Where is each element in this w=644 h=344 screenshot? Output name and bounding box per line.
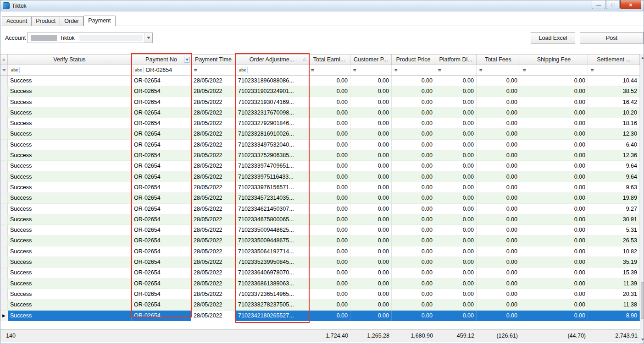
cell-platform_discount[interactable]: 0.00 xyxy=(435,278,477,289)
cell-product_price[interactable]: 0.00 xyxy=(392,278,435,289)
cell-payment_no[interactable]: OR-02654 xyxy=(132,311,191,321)
cell-product_price[interactable]: 0.00 xyxy=(392,289,435,300)
cell-status[interactable]: Success xyxy=(8,235,132,246)
table-row[interactable]: SuccessOR-0265428/05/2022710233219307416… xyxy=(0,97,640,108)
cell-payment_no[interactable]: OR-02654 xyxy=(132,129,191,139)
cell-order_id[interactable]: 7102333974709651... xyxy=(236,161,308,171)
scrollbar-thumb[interactable] xyxy=(641,282,644,319)
cell-settlement[interactable]: 18.16 xyxy=(588,118,640,129)
cell-product_price[interactable]: 0.00 xyxy=(392,140,435,150)
cell-customer_payment[interactable]: 0.00 xyxy=(350,129,392,139)
maximize-button[interactable]: □ xyxy=(606,0,620,9)
cell-total_earnings[interactable]: 0.00 xyxy=(308,257,350,268)
cell-platform_discount[interactable]: 0.00 xyxy=(435,300,477,310)
tab-payment[interactable]: Payment xyxy=(83,16,115,26)
column-header-platform_discount[interactable]: Platform Di... xyxy=(435,55,477,65)
cell-customer_payment[interactable]: 0.00 xyxy=(350,246,392,257)
cell-settlement[interactable]: 9.64 xyxy=(588,161,640,171)
cell-payment_time[interactable]: 28/05/2022 xyxy=(191,76,236,86)
cell-status[interactable]: Success xyxy=(8,214,132,225)
cell-shipping_fee[interactable]: 0.00 xyxy=(520,289,588,300)
cell-payment_time[interactable]: 28/05/2022 xyxy=(191,278,236,289)
cell-platform_discount[interactable]: 0.00 xyxy=(435,76,477,86)
cell-settlement[interactable]: 11.38 xyxy=(588,300,640,310)
cell-total_earnings[interactable]: 0.00 xyxy=(308,204,350,214)
cell-settlement[interactable]: 12.36 xyxy=(588,150,640,161)
cell-shipping_fee[interactable]: 0.00 xyxy=(520,278,588,289)
cell-customer_payment[interactable]: 0.00 xyxy=(350,161,392,171)
column-header-shipping_fee[interactable]: Shipping Fee xyxy=(520,55,588,65)
cell-settlement[interactable]: 38.52 xyxy=(588,86,640,97)
cell-status[interactable]: Success xyxy=(8,172,132,182)
cell-settlement[interactable]: 15.39 xyxy=(588,268,640,278)
column-header-total_fees[interactable]: Total Fees xyxy=(477,55,520,65)
cell-total_earnings[interactable]: 0.00 xyxy=(308,182,350,193)
filter-cell-status[interactable]: abc xyxy=(8,65,132,75)
filter-cell-customer_payment[interactable]: = xyxy=(350,65,392,75)
cell-shipping_fee[interactable]: 0.00 xyxy=(520,268,588,278)
cell-customer_payment[interactable]: 0.00 xyxy=(350,300,392,310)
cell-shipping_fee[interactable]: 0.00 xyxy=(520,129,588,139)
cell-order_id[interactable]: 7102334621450307... xyxy=(236,204,308,214)
cell-shipping_fee[interactable]: 0.00 xyxy=(520,311,588,321)
cell-order_id[interactable]: 7102332317670098... xyxy=(236,108,308,118)
cell-status[interactable]: Success xyxy=(8,108,132,118)
column-header-product_price[interactable]: Product Price xyxy=(392,55,435,65)
cell-total_earnings[interactable]: 0.00 xyxy=(308,193,350,203)
cell-customer_payment[interactable]: 0.00 xyxy=(350,86,392,97)
cell-product_price[interactable]: 0.00 xyxy=(392,204,435,214)
cell-order_id[interactable]: 7102331902324901... xyxy=(236,86,308,97)
cell-settlement[interactable]: 12.30 xyxy=(588,129,640,139)
cell-product_price[interactable]: 0.00 xyxy=(392,235,435,246)
tab-product[interactable]: Product xyxy=(32,16,60,26)
cell-settlement[interactable]: 5.31 xyxy=(588,225,640,235)
cell-payment_time[interactable]: 28/05/2022 xyxy=(191,108,236,118)
cell-order_id[interactable]: 7102334675800065... xyxy=(236,214,308,225)
cell-payment_no[interactable]: OR-02654 xyxy=(132,182,191,193)
cell-payment_time[interactable]: 28/05/2022 xyxy=(191,300,236,310)
cell-total_earnings[interactable]: 0.00 xyxy=(308,278,350,289)
cell-payment_no[interactable]: OR-02654 xyxy=(132,172,191,182)
cell-total_earnings[interactable]: 0.00 xyxy=(308,108,350,118)
cell-customer_payment[interactable]: 0.00 xyxy=(350,97,392,108)
scroll-down-button[interactable] xyxy=(640,336,644,343)
cell-platform_discount[interactable]: 0.00 xyxy=(435,129,477,139)
cell-payment_time[interactable]: 28/05/2022 xyxy=(191,129,236,139)
filter-cell-payment_no[interactable]: abcOR-02654 xyxy=(132,65,191,75)
filter-cell-order_id[interactable]: abc xyxy=(236,65,308,75)
cell-platform_discount[interactable]: 0.00 xyxy=(435,289,477,300)
cell-customer_payment[interactable]: 0.00 xyxy=(350,235,392,246)
cell-payment_time[interactable]: 28/05/2022 xyxy=(191,182,236,193)
cell-order_id[interactable]: 7102333497532040... xyxy=(236,140,308,150)
cell-payment_no[interactable]: OR-02654 xyxy=(132,289,191,300)
cell-shipping_fee[interactable]: 0.00 xyxy=(520,225,588,235)
filter-cell-product_price[interactable]: = xyxy=(392,65,435,75)
cell-platform_discount[interactable]: 0.00 xyxy=(435,257,477,268)
cell-payment_time[interactable]: 28/05/2022 xyxy=(191,86,236,97)
cell-order_id[interactable]: 7102333976156571... xyxy=(236,182,308,193)
cell-total_earnings[interactable]: 0.00 xyxy=(308,129,350,139)
cell-payment_time[interactable]: 28/05/2022 xyxy=(191,150,236,161)
cell-settlement[interactable]: 10.20 xyxy=(588,108,640,118)
table-row[interactable]: SuccessOR-0265428/05/2022710233397511643… xyxy=(0,172,640,182)
cell-product_price[interactable]: 0.00 xyxy=(392,97,435,108)
titlebar[interactable]: Tiktok — □ × xyxy=(0,0,644,11)
cell-status[interactable]: Success xyxy=(8,246,132,257)
cell-status[interactable]: Success xyxy=(8,182,132,193)
cell-status[interactable]: Success xyxy=(8,225,132,235)
tab-order[interactable]: Order xyxy=(60,16,83,26)
cell-total_fees[interactable]: 0.00 xyxy=(477,246,520,257)
cell-total_earnings[interactable]: 0.00 xyxy=(308,289,350,300)
cell-shipping_fee[interactable]: 0.00 xyxy=(520,140,588,150)
cell-platform_discount[interactable]: 0.00 xyxy=(435,86,477,97)
cell-payment_time[interactable]: 28/05/2022 xyxy=(191,193,236,203)
cell-product_price[interactable]: 0.00 xyxy=(392,257,435,268)
cell-order_id[interactable]: 7102332816910026... xyxy=(236,129,308,139)
cell-total_earnings[interactable]: 0.00 xyxy=(308,150,350,161)
cell-status[interactable]: Success xyxy=(8,150,132,161)
cell-shipping_fee[interactable]: 0.00 xyxy=(520,97,588,108)
cell-status[interactable]: Success xyxy=(8,129,132,139)
cell-customer_payment[interactable]: 0.00 xyxy=(350,193,392,203)
cell-total_fees[interactable]: 0.00 xyxy=(477,278,520,289)
cell-total_earnings[interactable]: 0.00 xyxy=(308,161,350,171)
